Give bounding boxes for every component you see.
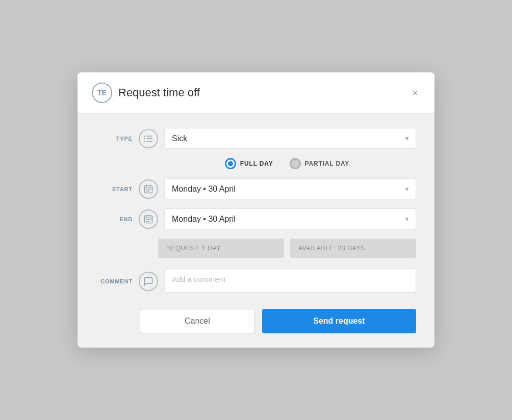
info-boxes: REQUEST: 1 DAY AVAILABLE: 23 DAYS [96, 239, 416, 258]
end-select-wrapper: Monday • 30 April ▼ [164, 208, 416, 229]
svg-rect-11 [148, 189, 149, 190]
send-request-button[interactable]: Send request [262, 309, 416, 333]
full-day-option[interactable]: FULL DAY [225, 158, 273, 169]
comment-input-wrapper [164, 268, 416, 295]
modal-title: Request time off [118, 86, 200, 99]
day-type-row: FULL DAY PARTIAL DAY [96, 158, 416, 169]
full-day-label: FULL DAY [240, 160, 273, 167]
svg-rect-19 [146, 219, 148, 220]
svg-point-5 [144, 140, 145, 142]
type-select[interactable]: Sick Vacation Personal Other [164, 128, 416, 149]
comment-icon [143, 276, 153, 286]
type-label: TYPE [96, 136, 133, 142]
request-value: 1 DAY [202, 245, 221, 252]
end-label: END [96, 216, 133, 222]
svg-rect-14 [150, 189, 151, 190]
calendar-end-icon [143, 214, 153, 224]
logo-circle: TE [92, 83, 112, 103]
cancel-button[interactable]: Cancel [140, 309, 255, 333]
svg-rect-20 [148, 219, 149, 220]
list-icon [143, 134, 153, 144]
type-icon-circle [139, 129, 158, 148]
start-label: START [96, 186, 133, 192]
svg-point-4 [144, 138, 145, 139]
partial-day-option[interactable]: PARTIAL DAY [290, 158, 350, 169]
end-row: END Monday [96, 208, 416, 229]
available-value: 23 DAYS [338, 245, 366, 252]
request-box: REQUEST: 1 DAY [158, 239, 284, 258]
partial-day-label: PARTIAL DAY [305, 160, 350, 167]
modal-footer: Cancel Send request [78, 309, 434, 348]
start-row: START Monda [96, 178, 416, 199]
full-day-radio[interactable] [225, 158, 236, 169]
comment-row: COMMENT [96, 268, 416, 295]
available-label: AVAILABLE: [298, 245, 336, 252]
modal-body: TYPE Sick Vacation Persona [78, 114, 434, 309]
start-select[interactable]: Monday • 30 April [164, 178, 416, 199]
close-button[interactable]: × [410, 86, 420, 100]
modal-overlay: TE Request time off × TYPE [0, 0, 512, 420]
svg-rect-23 [150, 219, 151, 220]
modal-container: TE Request time off × TYPE [78, 72, 434, 348]
partial-day-radio[interactable] [290, 158, 301, 169]
type-select-wrapper: Sick Vacation Personal Other ▼ [164, 128, 416, 149]
comment-input[interactable] [164, 268, 416, 293]
start-icon-circle [139, 179, 158, 199]
svg-rect-13 [148, 191, 149, 192]
comment-icon-circle [139, 272, 158, 291]
svg-point-3 [144, 135, 145, 137]
end-select[interactable]: Monday • 30 April [164, 208, 416, 229]
comment-label: COMMENT [96, 278, 133, 284]
type-row: TYPE Sick Vacation Persona [96, 128, 416, 149]
calendar-icon [143, 184, 153, 194]
full-day-radio-dot [228, 161, 233, 166]
svg-rect-12 [146, 191, 148, 192]
request-label: REQUEST: [166, 245, 200, 252]
end-icon-circle [139, 209, 158, 229]
start-select-wrapper: Monday • 30 April ▼ [164, 178, 416, 199]
modal-header: TE Request time off × [78, 72, 434, 114]
svg-rect-10 [146, 189, 148, 190]
svg-rect-22 [148, 221, 149, 222]
available-box: AVAILABLE: 23 DAYS [290, 239, 416, 258]
svg-rect-21 [146, 221, 148, 222]
modal-header-left: TE Request time off [92, 83, 200, 103]
